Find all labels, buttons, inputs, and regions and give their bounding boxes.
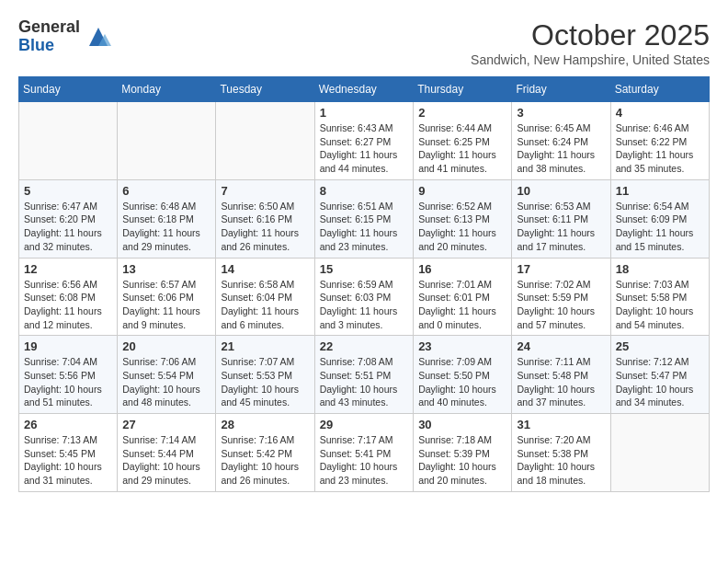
calendar-week-row: 12Sunrise: 6:56 AM Sunset: 6:08 PM Dayli… — [19, 258, 710, 336]
table-row: 16Sunrise: 7:01 AM Sunset: 6:01 PM Dayli… — [414, 258, 512, 336]
header-saturday: Saturday — [610, 77, 709, 102]
table-row: 13Sunrise: 6:57 AM Sunset: 6:06 PM Dayli… — [118, 258, 216, 336]
table-row: 19Sunrise: 7:04 AM Sunset: 5:56 PM Dayli… — [19, 336, 118, 414]
header-tuesday: Tuesday — [216, 77, 314, 102]
table-row — [19, 102, 118, 180]
calendar-header-row: Sunday Monday Tuesday Wednesday Thursday… — [19, 77, 710, 102]
day-number: 31 — [517, 418, 605, 431]
header-sunday: Sunday — [19, 77, 118, 102]
day-number: 15 — [320, 262, 408, 276]
table-row: 6Sunrise: 6:48 AM Sunset: 6:18 PM Daylig… — [118, 179, 216, 258]
day-info: Sunrise: 7:12 AM Sunset: 5:47 PM Dayligh… — [616, 355, 704, 409]
month-year-title: October 2025 — [471, 18, 710, 52]
table-row: 28Sunrise: 7:16 AM Sunset: 5:42 PM Dayli… — [216, 414, 314, 492]
day-number: 28 — [221, 418, 309, 431]
table-row: 21Sunrise: 7:07 AM Sunset: 5:53 PM Dayli… — [216, 336, 314, 414]
table-row: 10Sunrise: 6:53 AM Sunset: 6:11 PM Dayli… — [512, 179, 610, 258]
day-info: Sunrise: 7:11 AM Sunset: 5:48 PM Dayligh… — [517, 355, 605, 409]
table-row: 30Sunrise: 7:18 AM Sunset: 5:39 PM Dayli… — [414, 414, 512, 492]
table-row: 22Sunrise: 7:08 AM Sunset: 5:51 PM Dayli… — [314, 336, 413, 414]
day-info: Sunrise: 6:59 AM Sunset: 6:03 PM Dayligh… — [320, 278, 408, 332]
day-number: 20 — [122, 339, 210, 353]
day-info: Sunrise: 7:02 AM Sunset: 5:59 PM Dayligh… — [517, 278, 605, 332]
day-info: Sunrise: 7:16 AM Sunset: 5:42 PM Dayligh… — [221, 433, 309, 488]
table-row: 20Sunrise: 7:06 AM Sunset: 5:54 PM Dayli… — [118, 336, 216, 414]
table-row: 29Sunrise: 7:17 AM Sunset: 5:41 PM Dayli… — [314, 414, 413, 492]
calendar-week-row: 5Sunrise: 6:47 AM Sunset: 6:20 PM Daylig… — [19, 179, 710, 258]
logo: General Blue — [18, 18, 112, 55]
calendar-week-row: 1Sunrise: 6:43 AM Sunset: 6:27 PM Daylig… — [19, 102, 710, 180]
day-number: 17 — [517, 262, 605, 276]
day-info: Sunrise: 6:58 AM Sunset: 6:04 PM Dayligh… — [221, 278, 309, 332]
calendar-week-row: 19Sunrise: 7:04 AM Sunset: 5:56 PM Dayli… — [19, 336, 710, 414]
logo-general-text: General — [18, 18, 80, 37]
table-row: 7Sunrise: 6:50 AM Sunset: 6:16 PM Daylig… — [216, 179, 314, 258]
day-info: Sunrise: 7:09 AM Sunset: 5:50 PM Dayligh… — [418, 355, 506, 409]
day-info: Sunrise: 6:53 AM Sunset: 6:11 PM Dayligh… — [517, 200, 605, 254]
table-row — [118, 102, 216, 180]
table-row: 15Sunrise: 6:59 AM Sunset: 6:03 PM Dayli… — [314, 258, 413, 336]
day-number: 26 — [24, 418, 112, 431]
day-info: Sunrise: 6:46 AM Sunset: 6:22 PM Dayligh… — [616, 121, 704, 176]
day-info: Sunrise: 6:56 AM Sunset: 6:08 PM Dayligh… — [24, 278, 112, 332]
day-number: 29 — [320, 418, 408, 431]
day-info: Sunrise: 7:14 AM Sunset: 5:44 PM Dayligh… — [122, 433, 210, 488]
day-info: Sunrise: 7:06 AM Sunset: 5:54 PM Dayligh… — [122, 355, 210, 409]
table-row: 27Sunrise: 7:14 AM Sunset: 5:44 PM Dayli… — [118, 414, 216, 492]
header-friday: Friday — [512, 77, 610, 102]
day-number: 10 — [517, 184, 605, 198]
table-row: 4Sunrise: 6:46 AM Sunset: 6:22 PM Daylig… — [610, 102, 709, 180]
day-number: 21 — [221, 339, 309, 353]
day-number: 11 — [616, 184, 704, 198]
day-number: 4 — [616, 106, 704, 120]
title-block: October 2025 Sandwich, New Hampshire, Un… — [471, 18, 710, 67]
day-info: Sunrise: 6:50 AM Sunset: 6:16 PM Dayligh… — [221, 200, 309, 254]
header-monday: Monday — [118, 77, 216, 102]
table-row: 18Sunrise: 7:03 AM Sunset: 5:58 PM Dayli… — [610, 258, 709, 336]
day-info: Sunrise: 7:07 AM Sunset: 5:53 PM Dayligh… — [221, 355, 309, 409]
day-number: 27 — [122, 418, 210, 431]
table-row: 26Sunrise: 7:13 AM Sunset: 5:45 PM Dayli… — [19, 414, 118, 492]
table-row: 3Sunrise: 6:45 AM Sunset: 6:24 PM Daylig… — [512, 102, 610, 180]
day-number: 18 — [616, 262, 704, 276]
calendar-week-row: 26Sunrise: 7:13 AM Sunset: 5:45 PM Dayli… — [19, 414, 710, 492]
day-info: Sunrise: 7:08 AM Sunset: 5:51 PM Dayligh… — [320, 355, 408, 409]
day-number: 1 — [320, 106, 408, 120]
day-info: Sunrise: 7:20 AM Sunset: 5:38 PM Dayligh… — [517, 433, 605, 488]
day-number: 2 — [418, 106, 506, 120]
day-info: Sunrise: 7:03 AM Sunset: 5:58 PM Dayligh… — [616, 278, 704, 332]
day-info: Sunrise: 6:57 AM Sunset: 6:06 PM Dayligh… — [122, 278, 210, 332]
table-row: 14Sunrise: 6:58 AM Sunset: 6:04 PM Dayli… — [216, 258, 314, 336]
day-info: Sunrise: 6:44 AM Sunset: 6:25 PM Dayligh… — [418, 121, 506, 176]
day-number: 16 — [418, 262, 506, 276]
table-row: 1Sunrise: 6:43 AM Sunset: 6:27 PM Daylig… — [314, 102, 413, 180]
calendar-table: Sunday Monday Tuesday Wednesday Thursday… — [18, 76, 710, 492]
day-info: Sunrise: 7:18 AM Sunset: 5:39 PM Dayligh… — [418, 433, 506, 488]
day-number: 12 — [24, 262, 112, 276]
day-number: 22 — [320, 339, 408, 353]
day-number: 19 — [24, 339, 112, 353]
table-row: 11Sunrise: 6:54 AM Sunset: 6:09 PM Dayli… — [610, 179, 709, 258]
table-row: 25Sunrise: 7:12 AM Sunset: 5:47 PM Dayli… — [610, 336, 709, 414]
day-number: 8 — [320, 184, 408, 198]
day-number: 13 — [122, 262, 210, 276]
day-number: 5 — [24, 184, 112, 198]
table-row: 24Sunrise: 7:11 AM Sunset: 5:48 PM Dayli… — [512, 336, 610, 414]
day-info: Sunrise: 7:04 AM Sunset: 5:56 PM Dayligh… — [24, 355, 112, 409]
header-wednesday: Wednesday — [314, 77, 413, 102]
table-row: 5Sunrise: 6:47 AM Sunset: 6:20 PM Daylig… — [19, 179, 118, 258]
day-info: Sunrise: 7:17 AM Sunset: 5:41 PM Dayligh… — [320, 433, 408, 488]
page-header: General Blue October 2025 Sandwich, New … — [18, 18, 710, 67]
day-number: 30 — [418, 418, 506, 431]
logo-blue-text: Blue — [18, 37, 80, 55]
table-row — [216, 102, 314, 180]
day-info: Sunrise: 7:01 AM Sunset: 6:01 PM Dayligh… — [418, 278, 506, 332]
day-info: Sunrise: 6:51 AM Sunset: 6:15 PM Dayligh… — [320, 200, 408, 254]
day-info: Sunrise: 6:52 AM Sunset: 6:13 PM Dayligh… — [418, 200, 506, 254]
day-info: Sunrise: 6:45 AM Sunset: 6:24 PM Dayligh… — [517, 121, 605, 176]
table-row — [610, 414, 709, 492]
day-number: 7 — [221, 184, 309, 198]
table-row: 2Sunrise: 6:44 AM Sunset: 6:25 PM Daylig… — [414, 102, 512, 180]
table-row: 8Sunrise: 6:51 AM Sunset: 6:15 PM Daylig… — [314, 179, 413, 258]
day-info: Sunrise: 6:54 AM Sunset: 6:09 PM Dayligh… — [616, 200, 704, 254]
